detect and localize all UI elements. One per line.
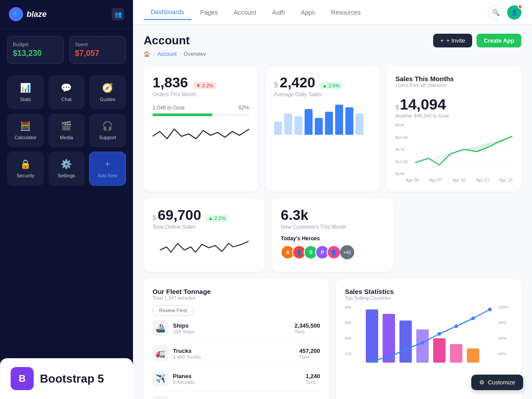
- tab-resources[interactable]: Resources: [324, 5, 368, 20]
- settings-icon: ⚙️: [61, 159, 72, 169]
- sales-y-labels: 800600400200: [345, 305, 357, 367]
- sidebar-item-chat[interactable]: 💬 Chat: [48, 75, 85, 109]
- bar-8: [345, 107, 353, 135]
- sidebar-item-security[interactable]: 🔒 Security: [7, 152, 44, 186]
- tab-account[interactable]: Account: [227, 5, 263, 20]
- svg-rect-11: [467, 348, 479, 363]
- fleet-row-planes: ✈️ Planes 8 Aircrafts 1,240 Tons: [153, 366, 320, 391]
- sidebar-item-media[interactable]: 🎬 Media: [48, 113, 85, 147]
- os-dollar: $: [153, 214, 156, 221]
- progress-fill: [153, 113, 212, 116]
- ships-icon: 🚢: [153, 320, 168, 336]
- hero-avatar-5: 👤: [327, 245, 341, 259]
- fleet-row-trains: 🚂 Trains 804,300: [153, 391, 320, 399]
- sales-bar-chart: [361, 305, 495, 367]
- sidebar-item-guides[interactable]: 🧭 Guides: [89, 75, 126, 109]
- bottom-grid: Our Fleet Tonnage Total 1,247 vehicles R…: [144, 279, 521, 399]
- sales-stats-chart: 800600400200: [345, 305, 512, 367]
- bootstrap-icon: B: [11, 367, 34, 390]
- budget-label: Budget: [13, 42, 58, 47]
- sales-stats-title: Sales Statistics: [345, 288, 512, 295]
- avatars-row: A 👤 S P 👤 +42: [281, 245, 384, 259]
- online-sales-card: $ 69,700 ▲ 2.2% Total Online Sales: [144, 199, 265, 272]
- goal-value: 1,048 to Goal: [153, 105, 184, 111]
- planes-unit: Tons: [305, 379, 320, 385]
- media-label: Media: [60, 135, 73, 140]
- settings-label: Settings: [58, 173, 75, 178]
- bootstrap-label: Bootstrap 5: [40, 372, 104, 386]
- trucks-icon: 🚛: [153, 345, 168, 361]
- svg-point-14: [404, 348, 407, 351]
- customize-button[interactable]: ⚙ Customize: [471, 375, 523, 390]
- bar-2: [284, 113, 292, 135]
- trucks-count: 1,460 Trucks: [173, 354, 201, 360]
- sales-stats-sub: Top Selling Countries: [345, 295, 512, 301]
- daily-sales-change: ▲ 2.6%: [320, 82, 342, 89]
- calculator-icon: 🧮: [20, 121, 31, 131]
- sidebar-item-add-new[interactable]: + Add New: [89, 152, 126, 186]
- sidebar: 🔷 blaze 👥 Budget $13,230 Spent $7,057 📊 …: [0, 0, 133, 399]
- goal-bar: 1,048 to Goal 62%: [153, 105, 249, 116]
- guides-icon: 🧭: [102, 82, 113, 93]
- orders-change: ▼ 2.2%: [193, 82, 216, 89]
- fleet-row-ships: 🚢 Ships 234 Ships 2,345,500 Tons: [153, 316, 320, 341]
- customers-label: New Customers This Month: [281, 224, 384, 230]
- sidebar-item-support[interactable]: 🎧 Support: [89, 113, 126, 147]
- fleet-row-trucks: 🚛 Trucks 1,460 Trucks 457,200 Tons: [153, 341, 320, 366]
- home-icon[interactable]: 🏠: [144, 51, 150, 57]
- daily-sales-card: $ 2,420 ▲ 2.6% Average Daily Sales: [265, 66, 379, 192]
- svg-rect-9: [433, 338, 446, 363]
- orders-label: Orders This Month: [153, 91, 249, 98]
- orders-value: 1,836: [153, 75, 188, 90]
- tab-pages[interactable]: Pages: [193, 5, 225, 20]
- search-button[interactable]: 🔍: [489, 5, 503, 20]
- goal-text: 1,048 to Goal 62%: [153, 105, 249, 111]
- y-axis-labels: $24K$20.5K$17K$13.5K$10K: [395, 123, 411, 176]
- bar-7: [335, 105, 343, 135]
- sidebar-item-stats[interactable]: 📊 Stats: [7, 75, 44, 109]
- online-sales-value: 69,700: [158, 207, 201, 223]
- logo-icon: 🔷: [9, 7, 23, 21]
- nav-right: 🔍 👤: [489, 5, 521, 20]
- spent-card: Spent $7,057: [69, 36, 126, 64]
- svg-point-15: [421, 341, 424, 344]
- planes-value: 1,240: [305, 373, 320, 379]
- ships-count: 234 Ships: [173, 329, 195, 334]
- logo-area: 🔷 blaze: [9, 7, 47, 21]
- bar-1: [274, 121, 282, 135]
- sales-title: Sales This Months: [395, 75, 512, 82]
- budget-section: Budget $13,230 Spent $7,057: [0, 29, 133, 71]
- daily-sales-label: Average Daily Sales: [274, 91, 371, 98]
- sidebar-item-calculator[interactable]: 🧮 Calculator: [7, 113, 44, 147]
- tab-auth[interactable]: Auth: [265, 5, 292, 20]
- svg-rect-7: [399, 321, 412, 363]
- bootstrap-badge: B Bootstrap 5: [0, 358, 133, 399]
- ships-unit: Tons: [294, 329, 320, 334]
- row2-grid: $ 69,700 ▲ 2.2% Total Online Sales 6.3k …: [144, 199, 521, 272]
- sales-chart-container: $24K$20.5K$17K$13.5K$10K: [395, 123, 512, 183]
- breadcrumb-account[interactable]: Account: [157, 51, 176, 57]
- svg-rect-5: [366, 309, 378, 363]
- support-icon: 🎧: [102, 121, 113, 131]
- budget-card: Budget $13,230: [7, 36, 64, 64]
- invite-button[interactable]: + + Invite: [433, 34, 472, 47]
- content-area: Account + + Invite Create App 🏠 › Accoun…: [133, 25, 532, 399]
- users-icon[interactable]: 👥: [112, 8, 124, 20]
- tab-apps[interactable]: Apps: [294, 5, 322, 20]
- avatar[interactable]: 👤: [507, 5, 521, 20]
- review-fleet-button[interactable]: Review Fleet: [153, 305, 194, 316]
- spent-value: $7,057: [75, 49, 120, 58]
- sidebar-item-settings[interactable]: ⚙️ Settings: [48, 152, 85, 186]
- orders-chart: [153, 121, 249, 147]
- security-label: Security: [16, 173, 34, 178]
- goal-pct: 62%: [239, 105, 249, 111]
- stats-icon: 📊: [20, 82, 31, 93]
- chat-label: Chat: [61, 97, 71, 102]
- guides-label: Guides: [100, 97, 115, 102]
- tab-dashboards[interactable]: Dashboards: [144, 5, 192, 20]
- fleet-card: Our Fleet Tonnage Total 1,247 vehicles R…: [144, 279, 329, 399]
- sales-subtitle: Users from all channels: [395, 82, 512, 88]
- create-app-button[interactable]: Create App: [477, 34, 521, 47]
- add-label: Add New: [98, 173, 117, 178]
- top-nav: Dashboards Pages Account Auth Apps Resou…: [133, 0, 532, 25]
